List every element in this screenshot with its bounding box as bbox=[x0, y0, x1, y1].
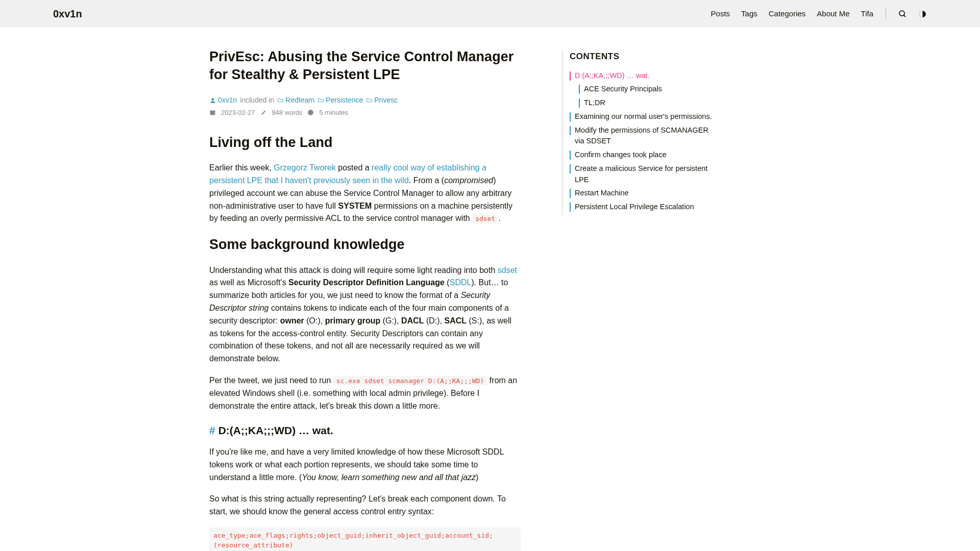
toc-label: Persistent Local Privilege Escalation bbox=[575, 202, 694, 213]
calendar-icon bbox=[209, 109, 216, 116]
link-grzegorz[interactable]: Grzegorz Tworek bbox=[274, 163, 336, 172]
category-persistence[interactable]: Persistence bbox=[317, 95, 363, 106]
author-name: 0xv1n bbox=[218, 95, 237, 106]
nav-divider bbox=[886, 8, 886, 19]
nav: Posts Tags Categories About Me Tifa bbox=[711, 8, 927, 20]
toc-label: Modify the permissions of SCMANAGER via … bbox=[575, 125, 720, 147]
toc-item[interactable]: Modify the permissions of SCMANAGER via … bbox=[570, 125, 720, 147]
included-label: included in bbox=[240, 95, 274, 106]
pencil-icon bbox=[260, 109, 267, 116]
toc-label: D:(A;;KA;;;WD) … wat. bbox=[575, 70, 650, 82]
meta-row-1: 0xv1n included in Redteam Persistence Pr… bbox=[209, 95, 521, 106]
link-sdset[interactable]: sdset bbox=[498, 266, 517, 274]
author-link[interactable]: 0xv1n bbox=[209, 95, 237, 106]
toc-item[interactable]: TL;DR bbox=[579, 97, 720, 109]
read-time: 5 minutes bbox=[319, 108, 348, 118]
category-redteam[interactable]: Redteam bbox=[277, 95, 314, 106]
toc-item[interactable]: D:(A;;KA;;;WD) … wat. bbox=[570, 70, 720, 82]
heading-wat: # D:(A;;KA;;;WD) … wat. bbox=[209, 422, 521, 439]
heading-living: Living off the Land bbox=[209, 132, 521, 153]
category-privesc[interactable]: Privesc bbox=[366, 95, 398, 106]
paragraph-2: Understanding what this attack is doing … bbox=[209, 264, 521, 365]
toc-item[interactable]: Create a malicious Service for persisten… bbox=[570, 163, 720, 186]
toc-bar bbox=[570, 151, 571, 160]
toc-item[interactable]: Persistent Local Privilege Escalation bbox=[570, 202, 720, 213]
toc-label: Confirm changes took place bbox=[575, 149, 667, 161]
nav-tifa[interactable]: Tifa bbox=[861, 8, 873, 20]
toc-item[interactable]: Restart Machine bbox=[570, 188, 720, 199]
toc-item[interactable]: Examining our normal user's permissions. bbox=[570, 111, 720, 122]
container: PrivEsc: Abusing the Service Control Man… bbox=[209, 28, 771, 551]
theme-toggle-icon[interactable] bbox=[918, 10, 927, 18]
toc-bar bbox=[570, 164, 571, 173]
toc-bar bbox=[570, 189, 571, 198]
svg-point-0 bbox=[899, 11, 904, 16]
toc-label: TL;DR bbox=[584, 97, 605, 109]
code-sdset: sdset bbox=[472, 214, 498, 223]
site-title[interactable]: 0xv1n bbox=[53, 6, 82, 21]
toc-label: Create a malicious Service for persisten… bbox=[575, 163, 720, 186]
toc-label: ACE Security Principals bbox=[584, 84, 662, 95]
svg-point-3 bbox=[212, 98, 214, 101]
code-ace-syntax: ace_type;ace_flags;rights;object_guid;in… bbox=[209, 528, 521, 551]
heading-background: Some background knowledge bbox=[209, 234, 521, 255]
toc-bar bbox=[570, 112, 571, 121]
toc-item[interactable]: ACE Security Principals bbox=[579, 84, 720, 95]
search-icon[interactable] bbox=[898, 10, 907, 18]
toc-label: Restart Machine bbox=[575, 188, 629, 199]
svg-rect-5 bbox=[210, 111, 215, 112]
paragraph-5: So what is this string actually represen… bbox=[209, 493, 521, 518]
table-of-contents: CONTENTS D:(A;;KA;;;WD) … wat.ACE Securi… bbox=[561, 50, 720, 215]
link-sddl[interactable]: SDDL bbox=[450, 278, 472, 287]
paragraph-4: If you're like me, and have a very limit… bbox=[209, 446, 521, 484]
toc-bar bbox=[570, 126, 571, 135]
nav-about[interactable]: About Me bbox=[817, 8, 849, 20]
toc-bar bbox=[579, 85, 580, 94]
paragraph-1: Earlier this week, Grzegorz Tworek poste… bbox=[209, 162, 521, 225]
nav-categories[interactable]: Categories bbox=[769, 8, 806, 20]
header: 0xv1n Posts Tags Categories About Me Tif… bbox=[0, 0, 980, 28]
toc-item[interactable]: Confirm changes took place bbox=[570, 149, 720, 161]
toc-label: Examining our normal user's permissions. bbox=[575, 111, 712, 122]
post-title: PrivEsc: Abusing the Service Control Man… bbox=[209, 48, 521, 84]
clock-icon bbox=[307, 109, 314, 116]
main-content: PrivEsc: Abusing the Service Control Man… bbox=[209, 48, 521, 551]
toc-title: CONTENTS bbox=[570, 50, 720, 63]
svg-line-1 bbox=[904, 15, 906, 17]
code-sc-exe: sc.exe sdset scmanager D:(A;;KA;;;WD) bbox=[333, 376, 487, 386]
toc-bar bbox=[570, 203, 571, 212]
post-date: 2023-02-27 bbox=[221, 108, 255, 118]
hash-icon[interactable]: # bbox=[209, 422, 215, 439]
toc-bar bbox=[579, 98, 580, 108]
paragraph-3: Per the tweet, we just need to run sc.ex… bbox=[209, 374, 521, 412]
meta-row-2: 2023-02-27 948 words 5 minutes bbox=[209, 108, 521, 118]
toc-bar bbox=[570, 71, 571, 81]
nav-posts[interactable]: Posts bbox=[711, 8, 730, 20]
nav-tags[interactable]: Tags bbox=[741, 8, 757, 20]
word-count: 948 words bbox=[272, 108, 303, 118]
